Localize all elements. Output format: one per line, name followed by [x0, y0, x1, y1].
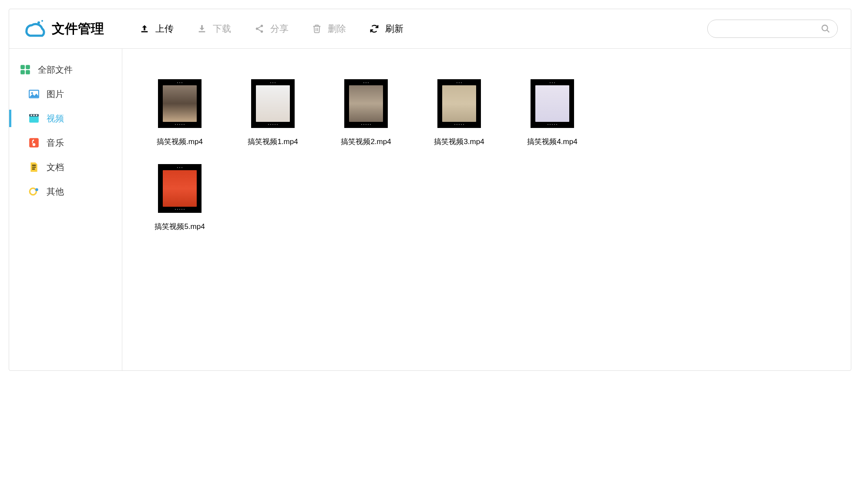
content-area: 搞笑视频.mp4 搞笑视频1.mp4: [122, 49, 851, 370]
sidebar-item-label: 文档: [47, 161, 64, 173]
search-box[interactable]: [707, 20, 838, 38]
file-item[interactable]: 搞笑视频5.mp4: [140, 164, 220, 232]
refresh-button[interactable]: 刷新: [360, 18, 413, 39]
share-icon: [255, 24, 264, 34]
svg-point-11: [31, 92, 33, 94]
svg-rect-12: [29, 116, 39, 123]
upload-button[interactable]: 上传: [130, 18, 183, 39]
sidebar-item-music[interactable]: 音乐: [9, 131, 122, 155]
svg-rect-9: [26, 70, 30, 74]
app-logo-icon: [22, 17, 47, 41]
video-thumbnail: [437, 79, 481, 128]
video-thumbnail: [158, 79, 202, 128]
file-name: 搞笑视频.mp4: [157, 137, 203, 147]
svg-point-18: [33, 143, 36, 146]
file-item[interactable]: 搞笑视频.mp4: [140, 79, 220, 147]
svg-point-0: [37, 21, 40, 24]
sidebar: 全部文件 图片: [9, 49, 122, 370]
toolbar: 文件管理 上传 下载 分享: [9, 9, 851, 48]
sidebar-item-label: 音乐: [47, 137, 64, 149]
sidebar-item-label: 图片: [47, 88, 64, 100]
download-icon: [197, 24, 207, 34]
sidebar-item-label: 其他: [47, 186, 64, 198]
delete-button[interactable]: 删除: [302, 18, 356, 39]
download-label: 下载: [213, 23, 231, 35]
file-name: 搞笑视频3.mp4: [434, 137, 484, 147]
search-icon: [821, 24, 830, 34]
app-container: 文件管理 上传 下载 分享: [9, 9, 851, 370]
app-window: 文件管理 上传 下载 分享: [9, 9, 851, 371]
delete-label: 删除: [328, 23, 346, 35]
svg-rect-16: [36, 114, 37, 116]
svg-rect-7: [26, 65, 30, 69]
svg-point-2: [261, 25, 263, 27]
svg-point-4: [261, 30, 263, 33]
svg-rect-6: [20, 65, 25, 69]
svg-point-20: [35, 188, 38, 191]
document-icon: [28, 161, 40, 173]
file-name: 搞笑视频2.mp4: [341, 137, 391, 147]
video-thumbnail: [531, 79, 574, 128]
svg-rect-17: [29, 138, 39, 148]
upload-label: 上传: [155, 23, 174, 35]
download-button[interactable]: 下载: [188, 18, 241, 39]
trash-icon: [312, 24, 322, 34]
file-name: 搞笑视频1.mp4: [248, 137, 298, 147]
search-input[interactable]: [715, 25, 821, 33]
video-thumbnail: [251, 79, 295, 128]
sidebar-item-documents[interactable]: 文档: [9, 155, 122, 179]
video-thumbnail: [158, 164, 202, 213]
file-name: 搞笑视频5.mp4: [155, 222, 205, 232]
svg-point-3: [256, 27, 259, 30]
file-item[interactable]: 搞笑视频1.mp4: [233, 79, 313, 147]
sidebar-item-label: 视频: [47, 113, 64, 124]
sidebar-item-other[interactable]: 其他: [9, 179, 122, 204]
sidebar-item-all-files[interactable]: 全部文件: [9, 57, 122, 82]
image-icon: [28, 88, 40, 100]
app-title: 文件管理: [52, 20, 104, 38]
file-item[interactable]: 搞笑视频4.mp4: [512, 79, 592, 147]
other-icon: [28, 186, 40, 197]
share-button[interactable]: 分享: [245, 18, 298, 39]
sidebar-item-videos[interactable]: 视频: [9, 106, 122, 131]
file-item[interactable]: 搞笑视频2.mp4: [326, 79, 406, 147]
file-grid: 搞笑视频.mp4 搞笑视频1.mp4: [140, 79, 592, 232]
video-icon: [28, 113, 40, 124]
main-area: 全部文件 图片: [9, 48, 851, 370]
upload-icon: [140, 24, 149, 34]
file-item[interactable]: 搞笑视频3.mp4: [419, 79, 499, 147]
svg-rect-14: [30, 114, 32, 116]
share-label: 分享: [270, 23, 289, 35]
refresh-icon: [370, 24, 379, 34]
refresh-label: 刷新: [385, 23, 403, 35]
svg-rect-8: [20, 70, 25, 74]
apps-icon: [20, 64, 31, 75]
sidebar-item-label: 全部文件: [38, 64, 73, 76]
music-icon: [28, 137, 40, 148]
sidebar-item-images[interactable]: 图片: [9, 82, 122, 106]
file-name: 搞笑视频4.mp4: [527, 137, 577, 147]
svg-point-19: [30, 188, 36, 195]
svg-point-1: [41, 20, 43, 22]
svg-point-5: [822, 25, 828, 31]
svg-rect-15: [33, 114, 34, 116]
video-thumbnail: [344, 79, 388, 128]
logo-section: 文件管理: [22, 17, 104, 41]
